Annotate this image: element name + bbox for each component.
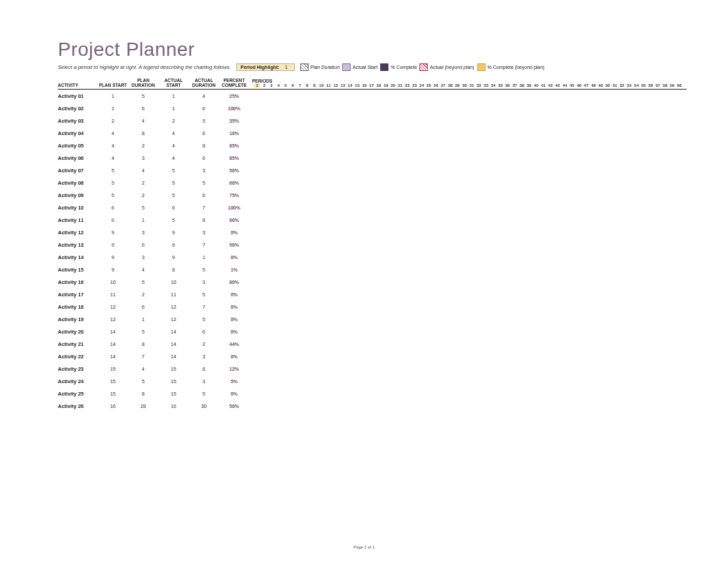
plan-start: 6 bbox=[98, 205, 128, 210]
period-tick[interactable]: 2 bbox=[260, 83, 267, 88]
period-tick[interactable]: 26 bbox=[433, 83, 439, 88]
period-tick[interactable]: 53 bbox=[625, 83, 632, 88]
period-tick[interactable]: 28 bbox=[447, 83, 454, 88]
page-footer: Page 1 of 1 bbox=[0, 545, 728, 549]
period-tick[interactable]: 20 bbox=[389, 83, 396, 88]
period-tick[interactable]: 46 bbox=[576, 83, 583, 88]
period-tick[interactable]: 32 bbox=[475, 83, 482, 88]
period-tick[interactable]: 34 bbox=[490, 83, 497, 88]
period-tick[interactable]: 1 bbox=[253, 83, 260, 88]
period-tick[interactable]: 16 bbox=[361, 83, 368, 88]
actual-duration: 5 bbox=[189, 292, 219, 297]
period-tick[interactable]: 19 bbox=[382, 83, 389, 88]
activity-name: Activity 26 bbox=[58, 403, 98, 409]
period-tick[interactable]: 50 bbox=[604, 83, 611, 88]
period-highlight-box[interactable]: Period Highlight: 1 bbox=[236, 63, 294, 71]
period-tick[interactable]: 24 bbox=[418, 83, 425, 88]
period-tick[interactable]: 57 bbox=[654, 83, 661, 88]
plan-start: 4 bbox=[98, 131, 128, 136]
period-tick[interactable]: 21 bbox=[397, 83, 404, 88]
period-tick[interactable]: 7 bbox=[296, 83, 303, 88]
period-tick[interactable]: 14 bbox=[346, 83, 353, 88]
table-row: Activity 1293930% bbox=[58, 226, 687, 238]
actual-start: 5 bbox=[158, 181, 189, 185]
period-tick[interactable]: 15 bbox=[353, 83, 360, 88]
period-tick[interactable]: 36 bbox=[504, 83, 511, 88]
period-tick[interactable]: 30 bbox=[461, 83, 468, 88]
percent-complete: 10% bbox=[219, 131, 249, 136]
period-tick[interactable]: 13 bbox=[340, 83, 346, 88]
period-tick[interactable]: 10 bbox=[318, 83, 325, 88]
period-tick[interactable]: 60 bbox=[676, 83, 683, 88]
period-tick[interactable]: 37 bbox=[511, 83, 518, 88]
period-tick[interactable]: 51 bbox=[612, 83, 618, 88]
plan-start: 1 bbox=[98, 94, 128, 99]
plan-start: 14 bbox=[98, 342, 128, 347]
period-tick[interactable]: 17 bbox=[368, 83, 375, 88]
period-tick[interactable]: 58 bbox=[661, 83, 668, 88]
period-tick[interactable]: 12 bbox=[332, 83, 339, 88]
period-tick[interactable]: 40 bbox=[532, 83, 539, 88]
period-tick[interactable]: 11 bbox=[325, 83, 332, 88]
percent-complete: 25% bbox=[219, 94, 249, 99]
period-tick[interactable]: 39 bbox=[526, 83, 532, 88]
legend-item: Plan Duration bbox=[300, 63, 340, 71]
col-plan-start: PLAN START bbox=[98, 83, 128, 88]
period-tick[interactable]: 18 bbox=[375, 83, 382, 88]
period-tick[interactable]: 6 bbox=[289, 83, 296, 88]
percent-complete: 0% bbox=[219, 391, 249, 396]
period-tick[interactable]: 44 bbox=[561, 83, 568, 88]
period-tick[interactable]: 59 bbox=[669, 83, 676, 88]
plan-duration: 5 bbox=[128, 379, 158, 384]
activity-name: Activity 01 bbox=[58, 93, 98, 99]
period-tick[interactable]: 41 bbox=[540, 83, 547, 88]
period-tick[interactable]: 38 bbox=[518, 83, 525, 88]
legend-label: Actual (beyond plan) bbox=[430, 65, 474, 70]
period-tick[interactable]: 54 bbox=[633, 83, 640, 88]
table-row: Activity 07545350% bbox=[58, 164, 687, 176]
plan-duration: 8 bbox=[128, 131, 158, 136]
period-tick[interactable]: 47 bbox=[583, 83, 590, 88]
actual-duration: 3 bbox=[189, 168, 219, 173]
period-tick[interactable]: 4 bbox=[275, 83, 282, 88]
period-tick[interactable]: 52 bbox=[618, 83, 625, 88]
activity-name: Activity 11 bbox=[58, 217, 98, 223]
actual-start: 9 bbox=[158, 230, 189, 235]
plan-start: 5 bbox=[98, 193, 128, 198]
plan-start: 4 bbox=[98, 143, 128, 148]
period-tick[interactable]: 22 bbox=[404, 83, 410, 88]
period-tick[interactable]: 49 bbox=[597, 83, 604, 88]
plan-start: 11 bbox=[98, 292, 128, 297]
plan-duration: 3 bbox=[128, 255, 158, 260]
percent-complete: 5% bbox=[219, 379, 249, 384]
period-tick[interactable]: 9 bbox=[311, 83, 318, 88]
period-tick[interactable]: 5 bbox=[282, 83, 289, 88]
period-tick[interactable]: 31 bbox=[468, 83, 475, 88]
actual-start: 14 bbox=[158, 354, 189, 359]
period-tick[interactable]: 48 bbox=[590, 83, 596, 88]
plan-start: 9 bbox=[98, 243, 128, 247]
actual-duration: 2 bbox=[189, 342, 219, 347]
table-row: Activity 106567100% bbox=[58, 201, 687, 214]
actual-duration: 6 bbox=[189, 329, 219, 334]
period-tick[interactable]: 55 bbox=[640, 83, 647, 88]
table-row: Activity 261628163050% bbox=[58, 400, 687, 412]
period-tick[interactable]: 42 bbox=[547, 83, 554, 88]
period-tick[interactable]: 29 bbox=[454, 83, 461, 88]
period-tick[interactable]: 23 bbox=[411, 83, 418, 88]
period-tick[interactable]: 27 bbox=[439, 83, 446, 88]
period-tick[interactable]: 25 bbox=[425, 83, 432, 88]
percent-complete: 0% bbox=[219, 305, 249, 309]
plan-duration: 5 bbox=[128, 94, 158, 99]
period-tick[interactable]: 45 bbox=[568, 83, 575, 88]
period-tick[interactable]: 35 bbox=[497, 83, 503, 88]
actual-duration: 5 bbox=[189, 181, 219, 185]
period-tick[interactable]: 8 bbox=[304, 83, 311, 88]
legend-item: % Complete bbox=[380, 63, 417, 71]
period-tick[interactable]: 3 bbox=[268, 83, 275, 88]
period-tick[interactable]: 43 bbox=[554, 83, 561, 88]
table-row: Activity 181261270% bbox=[58, 300, 687, 313]
table-row: Activity 09525675% bbox=[58, 189, 687, 201]
period-tick[interactable]: 33 bbox=[483, 83, 490, 88]
period-tick[interactable]: 56 bbox=[647, 83, 654, 88]
